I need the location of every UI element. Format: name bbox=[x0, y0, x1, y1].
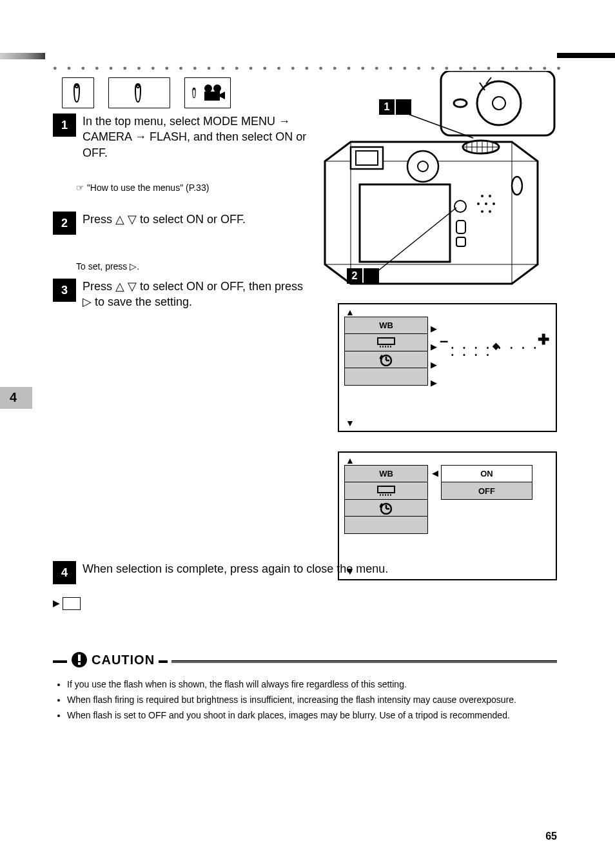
mode-dial-movie bbox=[184, 77, 231, 108]
mode-dial-row bbox=[62, 77, 231, 108]
side-chapter-number: 4 bbox=[10, 390, 17, 405]
svg-point-20 bbox=[489, 195, 491, 197]
submenu: ON OFF bbox=[441, 466, 532, 500]
svg-point-21 bbox=[477, 202, 480, 205]
caution-icon bbox=[71, 651, 88, 668]
step-text: In the top menu, select MODE MENU → CAME… bbox=[83, 113, 308, 161]
callout-2: 2 bbox=[347, 268, 379, 284]
menu-screen-2: ▲ WB ◀ ON OFF ▼ bbox=[338, 451, 557, 580]
mode-dial-p bbox=[62, 77, 94, 108]
svg-point-23 bbox=[493, 202, 495, 205]
svg-point-3 bbox=[204, 84, 212, 92]
scroll-down-icon: ▼ bbox=[346, 418, 355, 428]
gauge-dots: • • • • • • • • • • • • bbox=[451, 344, 549, 359]
svg-point-4 bbox=[213, 84, 221, 92]
double-rule-right bbox=[171, 660, 557, 663]
svg-point-13 bbox=[407, 151, 438, 182]
menu-list: WB bbox=[344, 466, 428, 534]
menu-item-wb: WB bbox=[344, 317, 428, 335]
step-number: 2 bbox=[53, 212, 76, 235]
gauge-marker-icon: ◆ bbox=[493, 340, 500, 351]
caution-item: When flash firing is required but bright… bbox=[67, 693, 557, 708]
svg-rect-31 bbox=[378, 486, 395, 493]
crossref-note: ☞ "How to use the menus" (P.33) bbox=[76, 181, 209, 195]
menu-item-2 bbox=[344, 333, 428, 351]
inline-icon-box bbox=[63, 597, 81, 610]
svg-point-1 bbox=[137, 85, 139, 88]
menu-screen-1: ▲ WB ▶▶▶▶ – • • • • • • • • • • • • ◆ ✚ … bbox=[338, 303, 557, 432]
page-gradient-bar bbox=[0, 53, 45, 59]
step-text: Press △ ▽ to select ON or OFF, then pres… bbox=[83, 279, 308, 310]
menu-item-3 bbox=[344, 499, 428, 517]
left-arrow-icon: ◀ bbox=[432, 468, 438, 478]
menu-arrows: ▶▶▶▶ bbox=[431, 320, 437, 392]
svg-rect-29 bbox=[378, 338, 395, 344]
double-rule-left bbox=[53, 660, 67, 663]
callout-1: 1 bbox=[379, 99, 411, 115]
svg-rect-34 bbox=[78, 655, 81, 661]
step-1: 1 In the top menu, select MODE MENU → CA… bbox=[53, 113, 308, 161]
menu-list: WB bbox=[344, 317, 428, 386]
sub-note: ▶ bbox=[53, 596, 81, 610]
menu-item-4 bbox=[344, 368, 428, 386]
step-number: 1 bbox=[53, 113, 76, 137]
caution-section: CAUTION If you use the flash when is sho… bbox=[53, 651, 557, 723]
card-icon bbox=[376, 337, 396, 348]
svg-rect-35 bbox=[78, 662, 81, 665]
step-3: 3 Press △ ▽ to select ON or OFF, then pr… bbox=[53, 279, 308, 310]
caution-label: CAUTION bbox=[92, 653, 155, 667]
page-number: 65 bbox=[545, 831, 557, 842]
adjustment-gauge: – • • • • • • • • • • • • ◆ ✚ bbox=[440, 331, 549, 351]
caution-item: If you use the flash when is shown, the … bbox=[67, 677, 557, 693]
svg-point-22 bbox=[485, 202, 487, 205]
mode-dial-asm bbox=[108, 77, 170, 108]
menu-item-2 bbox=[344, 482, 428, 500]
svg-point-24 bbox=[481, 210, 483, 213]
step-text: Press △ ▽ to select ON or OFF. bbox=[83, 212, 246, 227]
timer-icon bbox=[379, 353, 393, 366]
step-number: 4 bbox=[53, 561, 76, 584]
minus-icon: – bbox=[440, 331, 448, 350]
caution-item: When flash is set to OFF and you shoot i… bbox=[67, 708, 557, 724]
movie-icon bbox=[203, 84, 225, 102]
svg-point-25 bbox=[489, 210, 491, 213]
plus-icon: ✚ bbox=[538, 331, 549, 348]
menu-item-3 bbox=[344, 351, 428, 369]
svg-rect-5 bbox=[204, 92, 220, 101]
step-2: 2 Press △ ▽ to select ON or OFF. bbox=[53, 212, 246, 235]
caution-list: If you use the flash when is shown, the … bbox=[53, 677, 557, 723]
timer-icon bbox=[379, 502, 393, 515]
scroll-down-icon: ▼ bbox=[346, 566, 355, 577]
svg-point-19 bbox=[481, 195, 483, 197]
menu-item-wb: WB bbox=[344, 465, 428, 483]
page-corner-bar bbox=[557, 53, 615, 58]
submenu-off: OFF bbox=[441, 482, 532, 500]
svg-point-0 bbox=[75, 85, 78, 88]
step-number: 3 bbox=[53, 279, 76, 302]
card-icon bbox=[376, 485, 396, 497]
svg-rect-12 bbox=[360, 184, 450, 262]
camera-illustration: 1 2 bbox=[312, 71, 557, 290]
submenu-on: ON bbox=[441, 465, 532, 483]
svg-point-2 bbox=[193, 88, 195, 90]
step-subtext: To set, press ▷. bbox=[76, 259, 139, 273]
menu-item-4 bbox=[344, 516, 428, 534]
double-rule-mid bbox=[159, 660, 168, 663]
